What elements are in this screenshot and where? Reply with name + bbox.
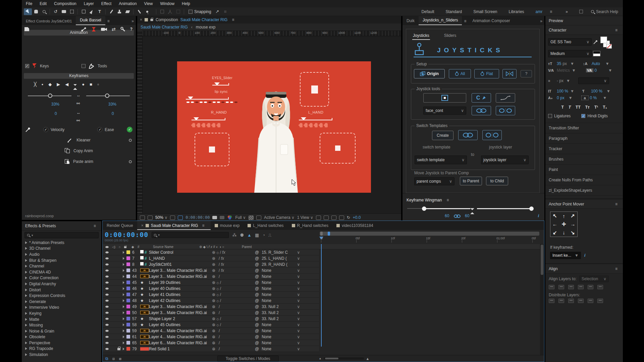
- parent-header[interactable]: Parent: [242, 245, 252, 249]
- align-button[interactable]: [558, 285, 564, 289]
- twirl-icon[interactable]: [25, 253, 27, 256]
- panel-header-paint[interactable]: Paint: [545, 165, 623, 175]
- kf-roving-icon[interactable]: ●: [42, 83, 43, 86]
- curve-button[interactable]: [496, 93, 515, 103]
- eyes-slider-control[interactable]: [212, 85, 229, 85]
- layer-switches[interactable]: ⊕ /: [212, 335, 252, 339]
- parent-select[interactable]: None∨: [262, 286, 301, 291]
- distribute-button[interactable]: [558, 299, 564, 303]
- timeline-tab[interactable]: R_Hand switches: [288, 221, 332, 230]
- extra-select[interactable]: ∨: [578, 77, 609, 84]
- ruler-grid-icon[interactable]: [170, 216, 175, 220]
- layer-name[interactable]: L_HAND: [149, 256, 212, 261]
- timeline-tab[interactable]: ×Saudi Male Character RIG≡: [137, 221, 211, 230]
- wingman-range-left[interactable]: [423, 208, 470, 209]
- layer-twirl-icon[interactable]: [123, 257, 124, 260]
- parent-select[interactable]: None∨: [262, 298, 301, 303]
- twirl-icon[interactable]: [25, 241, 27, 244]
- tsume-pct-value[interactable]: 0 %: [590, 96, 597, 100]
- fx-category[interactable]: Color Correction: [22, 275, 101, 281]
- fx-category[interactable]: Immersive Video: [22, 305, 101, 311]
- fx-category[interactable]: Perspective: [22, 340, 101, 346]
- effects-search-input[interactable]: ▾: [24, 232, 99, 238]
- eyedropper-icon[interactable]: [25, 127, 31, 132]
- layer-twirl-icon[interactable]: [123, 269, 124, 272]
- insert-keyframe-select[interactable]: Insert ke...▼: [550, 252, 581, 259]
- io-icon[interactable]: ⇄: [112, 26, 116, 32]
- layer-label-color[interactable]: [126, 293, 130, 296]
- to-child-button[interactable]: to Child: [486, 177, 508, 185]
- comp-lock-icon[interactable]: [150, 19, 153, 21]
- wingman-range-right[interactable]: [477, 208, 531, 209]
- parent-pickwhip-icon[interactable]: @: [255, 262, 259, 267]
- layer-label-color[interactable]: [126, 311, 130, 314]
- parent-select[interactable]: None∨: [262, 347, 301, 351]
- expand-inout-icon[interactable]: ⧇: [119, 356, 121, 361]
- table-row[interactable]: 44AiLayer 3... Male Character RIG.ai⊕ / …: [103, 274, 319, 280]
- apm-info-icon[interactable]: i: [584, 253, 585, 258]
- workspace-icon-3[interactable]: [174, 8, 182, 15]
- origin-button[interactable]: Origin: [414, 69, 445, 78]
- layer-twirl-icon[interactable]: [123, 293, 124, 296]
- layer-twirl-icon[interactable]: [123, 311, 124, 314]
- mouth-shape-icon[interactable]: [234, 102, 237, 103]
- parent-pickwhip-icon[interactable]: @: [255, 274, 259, 279]
- create-template-button[interactable]: Create: [432, 131, 453, 140]
- layer-twirl-icon[interactable]: [123, 317, 124, 320]
- tab-animation-composer[interactable]: Animation Composer: [468, 17, 514, 25]
- layer-name[interactable]: Layer 3... Male Character RIG.ai: [149, 304, 212, 309]
- joystick-layer-select[interactable]: joystick layer∨: [481, 156, 529, 164]
- roto-brush-tool[interactable]: [135, 8, 143, 15]
- table-row[interactable]: 45★Layer 39 Outlines⊕ ◇ / @None∨: [103, 280, 319, 286]
- ligatures-checkbox[interactable]: [548, 114, 552, 118]
- face-cont-select[interactable]: face_cont∨: [423, 107, 466, 115]
- layer-visibility-eye-icon[interactable]: [105, 342, 109, 344]
- mouth-shape-icon[interactable]: [200, 102, 203, 103]
- wingman-chain-icon[interactable]: [453, 214, 461, 218]
- wingman-right-value[interactable]: 60: [465, 214, 469, 218]
- layer-label-color[interactable]: [126, 256, 130, 260]
- fx-category[interactable]: Digital Anarchy: [22, 281, 101, 287]
- layer-name[interactable]: Layer 3... Male Character RIG.ai: [149, 274, 212, 279]
- kleaner-row[interactable]: Kleaner: [22, 137, 136, 143]
- mouth-shape-icon[interactable]: [191, 102, 194, 103]
- l-hand2-joystick-handle[interactable]: [335, 145, 340, 151]
- twirl-icon[interactable]: [25, 353, 27, 356]
- toggle-switches-modes-button[interactable]: Toggle Switches / Modes: [217, 356, 279, 362]
- hand-pose-icon[interactable]: [192, 123, 195, 127]
- table-row[interactable]: 8#JoyStkCtrl01⊕ / fx@29. R_HAND (∨: [103, 261, 319, 267]
- apply-check-button[interactable]: ✓: [127, 127, 132, 132]
- layer-visibility-eye-icon[interactable]: [105, 251, 109, 253]
- layer-twirl-icon[interactable]: [123, 348, 124, 350]
- parent-select[interactable]: 15. R_Slider C∨: [262, 250, 301, 255]
- anchor-arrow-button[interactable]: →: [568, 220, 577, 229]
- all-caps-button[interactable]: TT: [576, 105, 581, 110]
- layout-select[interactable]: 1 View ∨: [297, 215, 313, 220]
- comp-panel-menu-icon[interactable]: ≡: [230, 16, 236, 24]
- zoom-tool[interactable]: [40, 8, 48, 15]
- l-hand2-joystick-box[interactable]: [320, 133, 356, 164]
- mouth-shape-icon[interactable]: [221, 102, 224, 103]
- layer-visibility-eye-icon[interactable]: [105, 318, 109, 320]
- layer-visibility-eye-icon[interactable]: [105, 282, 109, 284]
- layer-switches[interactable]: ⊕ /: [212, 274, 252, 279]
- menu-composition[interactable]: Composition: [54, 1, 76, 6]
- distribute-button[interactable]: [568, 299, 574, 303]
- workspace-libraries[interactable]: Libraries: [509, 9, 524, 14]
- parent-pickwhip-icon[interactable]: @: [255, 341, 259, 345]
- mouth-shape-icon[interactable]: [186, 102, 190, 103]
- wingman-left-value[interactable]: 60: [445, 214, 449, 218]
- wrench-icon[interactable]: [120, 27, 125, 32]
- layer-switches[interactable]: ⊕ /: [212, 347, 252, 351]
- parent-select[interactable]: 33. Null 2∨: [262, 316, 301, 321]
- eraser-tool[interactable]: [123, 8, 131, 15]
- kleaner-options-icon[interactable]: [129, 139, 132, 142]
- parent-select[interactable]: 33. Null 2∨: [262, 310, 301, 315]
- workspace-icon-2[interactable]: 人: [166, 8, 174, 15]
- twirl-icon[interactable]: [25, 336, 27, 338]
- snap-features-icon[interactable]: ⌗: [221, 8, 229, 15]
- layer-label-color[interactable]: [126, 341, 130, 345]
- timeline-ruler[interactable]: 0f05f10f15f20f01:00f05f: [319, 230, 540, 244]
- distribute-button[interactable]: [588, 299, 593, 303]
- comp-tab-mouse[interactable]: mouse exp: [196, 25, 216, 29]
